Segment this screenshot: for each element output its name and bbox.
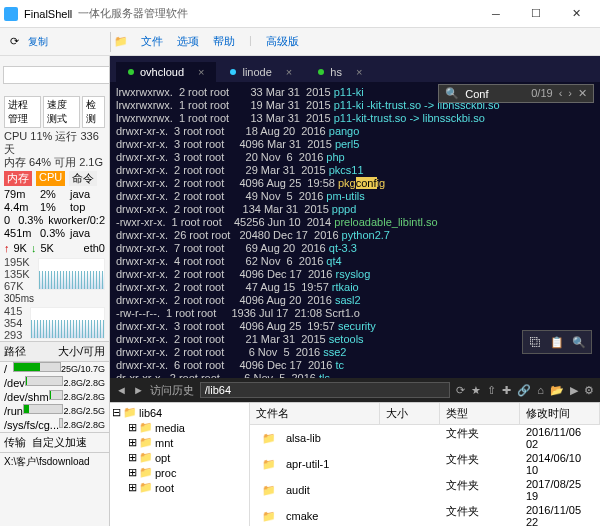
minus-icon[interactable]: ⊟ xyxy=(112,406,121,419)
terminal-tab[interactable]: ovhcloud× xyxy=(116,62,216,82)
folder-icon: 📁 xyxy=(139,451,153,464)
search-close-icon[interactable]: ✕ xyxy=(578,87,587,100)
terminal[interactable]: 🔍 0/19 ‹ › ✕ lrwxrwxrwx. 2 root root 33 … xyxy=(110,82,600,378)
titlebar: FinalShell 一体化服务器管理软件 ─ ☐ ✕ xyxy=(0,0,600,28)
settings-icon[interactable]: ⚙ xyxy=(584,384,594,397)
terminal-line: drwxr-xr-x. 6 root root 4096 Dec 17 2016… xyxy=(116,359,594,372)
plus-icon[interactable]: ⊞ xyxy=(128,466,137,479)
folder-icon: 📁 xyxy=(256,510,282,523)
history-input[interactable] xyxy=(200,382,451,398)
process-row[interactable]: 79m2%java xyxy=(4,188,105,201)
disk-table: /25G/10.7G/dev2.8G/2.8G/dev/shm2.8G/2.8G… xyxy=(0,362,109,432)
terminal-line: drwxr-xr-x. 3 root root 20 Nov 6 2016 ph… xyxy=(116,151,594,164)
search-icon: 🔍 xyxy=(445,87,459,100)
terminal-line: drwxr-xr-x. 2 root root 47 Aug 15 19:57 … xyxy=(116,281,594,294)
local-path: X:\客户\fsdownload xyxy=(0,452,109,471)
tree-node[interactable]: ⊞📁proc xyxy=(112,465,247,480)
find-icon[interactable]: 🔍 xyxy=(570,334,588,350)
menu-options[interactable]: 选项 xyxy=(177,34,199,49)
search-prev-icon[interactable]: ‹ xyxy=(559,87,563,100)
copy-label[interactable]: 复制 xyxy=(28,35,48,49)
history-prev-icon[interactable]: ◄ xyxy=(116,384,127,396)
process-row[interactable]: 451m0.3%java xyxy=(4,227,105,240)
folder-icon: 📁 xyxy=(256,484,282,497)
arrow-down-icon: ↓ xyxy=(31,242,37,254)
col-mtime[interactable]: 修改时间 xyxy=(520,403,600,424)
home-icon[interactable]: ⌂ xyxy=(537,384,544,396)
history-label: 访问历史 xyxy=(150,383,194,398)
tab-transfer[interactable]: 传输 xyxy=(4,435,26,450)
close-button[interactable]: ✕ xyxy=(556,0,596,28)
terminal-tab[interactable]: linode× xyxy=(218,62,304,82)
play-icon[interactable]: ▶ xyxy=(570,384,578,397)
sidebar: 检测 进程管理 速度测式 检测 CPU 11% 运行 336 天 内存 64% … xyxy=(0,56,110,526)
tab-process[interactable]: 进程管理 xyxy=(4,96,41,128)
upload-icon[interactable]: ⇧ xyxy=(487,384,496,397)
sync-icon[interactable]: ⟳ xyxy=(4,32,24,52)
close-tab-icon[interactable]: × xyxy=(198,66,204,78)
detect-input[interactable] xyxy=(3,66,110,84)
tree-node[interactable]: ⊞📁media xyxy=(112,420,247,435)
close-tab-icon[interactable]: × xyxy=(286,66,292,78)
link-icon[interactable]: 🔗 xyxy=(517,384,531,397)
col-cpu: CPU xyxy=(36,171,65,186)
tab-custom[interactable]: 自定义加速 xyxy=(32,435,87,450)
tab-speed[interactable]: 速度测式 xyxy=(43,96,80,128)
col-filename[interactable]: 文件名 xyxy=(250,403,380,424)
tree-node[interactable]: ⊞📁root xyxy=(112,480,247,495)
status-dot-icon xyxy=(230,69,236,75)
file-row[interactable]: 📁cmake文件夹2016/11/05 22 xyxy=(250,503,600,526)
app-icon xyxy=(4,7,18,21)
folder-tree: ⊟📁lib64⊞📁media⊞📁mnt⊞📁opt⊞📁proc⊞📁root xyxy=(110,403,250,526)
folder-icon: 📁 xyxy=(139,421,153,434)
maximize-button[interactable]: ☐ xyxy=(516,0,556,28)
new-icon[interactable]: ✚ xyxy=(502,384,511,397)
col-cmd: 命令 xyxy=(69,171,97,186)
folder-icon: 📁 xyxy=(139,481,153,494)
search-bar: 🔍 0/19 ‹ › ✕ xyxy=(438,84,594,103)
plus-icon[interactable]: ⊞ xyxy=(128,451,137,464)
tree-node[interactable]: ⊟📁lib64 xyxy=(112,405,247,420)
paste-icon[interactable]: 📋 xyxy=(548,334,566,350)
disk-row: /dev/shm2.8G/2.8G xyxy=(4,390,105,404)
plus-icon[interactable]: ⊞ xyxy=(128,421,137,434)
plus-icon[interactable]: ⊞ xyxy=(128,481,137,494)
terminal-line: -rw-r--r--. 1 root root 1936 Jul 17 21:0… xyxy=(116,307,594,320)
process-row[interactable]: 00.3%kworker/0:2 xyxy=(4,214,105,227)
folder-icon[interactable]: 📁 xyxy=(111,32,131,52)
close-tab-icon[interactable]: × xyxy=(356,66,362,78)
col-size[interactable]: 大小 xyxy=(380,403,440,424)
copy-icon[interactable]: ⿻ xyxy=(526,334,544,350)
folder-icon: 📁 xyxy=(256,458,282,471)
col-type[interactable]: 类型 xyxy=(440,403,520,424)
cpu-stat: CPU 11% 运行 336 天 xyxy=(4,130,105,156)
menu-file[interactable]: 文件 xyxy=(141,34,163,49)
open-icon[interactable]: 📂 xyxy=(550,384,564,397)
menu-help[interactable]: 帮助 xyxy=(213,34,235,49)
process-row[interactable]: 4.4m1%top xyxy=(4,201,105,214)
app-name: FinalShell xyxy=(24,8,72,20)
bookmark-icon[interactable]: ★ xyxy=(471,384,481,397)
status-dot-icon xyxy=(128,69,134,75)
file-row[interactable]: 📁audit文件夹2017/08/25 19 xyxy=(250,477,600,503)
terminal-tab[interactable]: hs× xyxy=(306,62,374,82)
tab-detect[interactable]: 检测 xyxy=(82,96,105,128)
mem-stat: 内存 64% 可用 2.1G xyxy=(4,156,105,169)
file-row[interactable]: 📁apr-util-1文件夹2014/06/10 10 xyxy=(250,451,600,477)
disk-row: /25G/10.7G xyxy=(4,362,105,376)
col-path: 路径 xyxy=(4,344,58,359)
search-input[interactable] xyxy=(465,88,525,100)
tree-node[interactable]: ⊞📁mnt xyxy=(112,435,247,450)
history-next-icon[interactable]: ► xyxy=(133,384,144,396)
terminal-line: drwxr-xr-x. 2 root root 134 Mar 31 2015 … xyxy=(116,203,594,216)
file-row[interactable]: 📁alsa-lib文件夹2016/11/06 02 xyxy=(250,425,600,451)
terminal-tabs: ovhcloud×linode×hs× xyxy=(110,56,600,82)
tree-node[interactable]: ⊞📁opt xyxy=(112,450,247,465)
terminal-line: drwxr-xr-x. 2 root root 4096 Dec 17 2016… xyxy=(116,268,594,281)
refresh-icon[interactable]: ⟳ xyxy=(456,384,465,397)
menu-advanced[interactable]: 高级版 xyxy=(266,34,299,49)
minimize-button[interactable]: ─ xyxy=(476,0,516,28)
search-next-icon[interactable]: › xyxy=(568,87,572,100)
history-bar: ◄ ► 访问历史 ⟳ ★ ⇧ ✚ 🔗 ⌂ 📂 ▶ ⚙ xyxy=(110,378,600,402)
plus-icon[interactable]: ⊞ xyxy=(128,436,137,449)
